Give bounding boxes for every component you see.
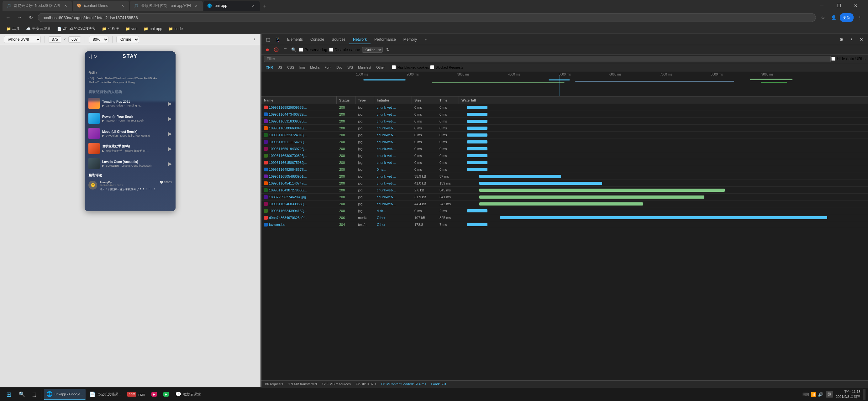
taskbar-npm[interactable]: npm npm: [125, 389, 148, 400]
tab-elements[interactable]: Elements: [283, 35, 307, 44]
filter-media[interactable]: Media: [308, 64, 321, 71]
table-row[interactable]: 109951165318309373j... 200 jpg chunk-vet…: [261, 118, 868, 125]
col-status[interactable]: Status: [337, 97, 355, 104]
clear-button[interactable]: 🚫: [273, 46, 280, 53]
devtools-close-button[interactable]: ✕: [857, 35, 866, 43]
search-button[interactable]: 🔍: [290, 46, 297, 53]
inspect-button[interactable]: ⬚: [264, 35, 272, 43]
playlist-play-3[interactable]: ▶: [168, 146, 172, 152]
filter-toggle-button[interactable]: ⊤: [281, 46, 288, 53]
hide-data-urls-checkbox[interactable]: Hide data URLs: [831, 56, 866, 61]
network-select[interactable]: Online: [116, 36, 139, 43]
input-method-indicator[interactable]: 微: [826, 391, 833, 398]
col-type[interactable]: Type: [355, 97, 374, 104]
height-input[interactable]: [68, 36, 81, 43]
filter-input[interactable]: [264, 56, 831, 62]
forward-button[interactable]: →: [15, 13, 24, 22]
playlist-play-1[interactable]: ▶: [168, 115, 172, 122]
bookmark-uniapp[interactable]: 📁 uni-app: [141, 26, 164, 32]
table-row[interactable]: 109951164928848677j... 200 jpg 0ms... 0 …: [261, 166, 868, 173]
filter-other[interactable]: Other: [374, 64, 387, 71]
bookmark-csdn[interactable]: 📄 Zh· Zs的CSDN博客: [55, 25, 98, 32]
new-tab-button[interactable]: +: [260, 2, 269, 11]
table-row[interactable]: 109951166243994152j... 200 jpg disk... 0…: [261, 207, 868, 214]
tab-iconfont[interactable]: 🎨 iconfont Demo ✕: [73, 1, 129, 11]
playlist-play-4[interactable]: ▶: [168, 161, 172, 167]
restore-button[interactable]: ❐: [832, 1, 846, 10]
network-table[interactable]: Name Status Type Initiator Size Time Wat…: [261, 97, 868, 380]
filter-img[interactable]: Img: [298, 64, 307, 71]
table-row[interactable]: favicon.ico 304 text/... Other 178.8 7 m…: [261, 221, 868, 228]
col-size[interactable]: Size: [412, 97, 437, 104]
tab-close-uniapp[interactable]: ✕: [250, 3, 256, 8]
table-row[interactable]: 109951166306700826j... 200 jpg chunk-vet…: [261, 152, 868, 159]
tray-icon-1[interactable]: ⌨: [803, 392, 809, 397]
col-initiator[interactable]: Initiator: [374, 97, 412, 104]
disable-cache-checkbox[interactable]: Disable cache: [329, 47, 360, 52]
table-row[interactable]: 109951165919439726j... 200 jpg chunk-vet…: [261, 145, 868, 152]
playlist-item-4[interactable]: Love Is Gone (Acoustic) ▶ SLANDER - Love…: [85, 156, 176, 171]
table-row[interactable]: 109951166223724918j... 200 jpg chunk-vet…: [261, 132, 868, 138]
bookmark-node[interactable]: 📁 node: [166, 26, 185, 32]
playlist-item-3[interactable]: 偷学宝藏歌手 第8期 ▶ 偷学宝藏歌手 - 偷学宝藏歌手 第8... ▶: [85, 141, 176, 156]
filter-doc[interactable]: Doc: [335, 64, 344, 71]
bookmark-tools[interactable]: 📁 工具: [4, 25, 22, 32]
table-row[interactable]: 109951166158675989j... 200 jpg chunk-vet…: [261, 159, 868, 166]
address-bar[interactable]: localhost:8080/#/pages/detail/detail?ids…: [38, 13, 816, 22]
table-row[interactable]: 109951165468309530j... 200 jpg chunk-vet…: [261, 201, 868, 207]
taskbar-task-view[interactable]: ⬚: [29, 389, 38, 400]
back-button[interactable]: ←: [4, 13, 12, 22]
tab-close-iconfont[interactable]: ✕: [120, 3, 125, 8]
col-time[interactable]: Time: [437, 97, 459, 104]
taskbar-docs[interactable]: 📄 办公机文档课...: [87, 389, 124, 400]
throttle-select[interactable]: Online: [362, 47, 383, 53]
app-back-button[interactable]: ‹ | ↻: [88, 54, 97, 59]
playlist-play-2[interactable]: ▶: [168, 131, 172, 137]
bookmark-star-button[interactable]: ☆: [818, 13, 827, 22]
device-toggle-button[interactable]: 📱: [273, 35, 281, 43]
tab-performance[interactable]: Performance: [371, 35, 400, 44]
device-select[interactable]: iPhone 6/7/8: [4, 36, 41, 43]
tab-close-uniapp-guide[interactable]: ✕: [193, 3, 199, 8]
col-waterfall[interactable]: Waterfall: [459, 97, 868, 104]
menu-button[interactable]: ⋮: [856, 13, 864, 22]
refresh-button[interactable]: ↻: [26, 13, 35, 22]
taskbar-music2[interactable]: ▶: [161, 389, 172, 400]
taskbar-course[interactable]: 💬 微软云课堂: [173, 389, 203, 400]
import-har-button[interactable]: ↻: [384, 46, 392, 53]
tab-netease[interactable]: 🎵 网易云音乐- NodeJS 版 API ✕: [2, 1, 72, 11]
tab-uniapp-active[interactable]: 🌐 uni-app ✕: [204, 1, 260, 11]
devtools-more-button[interactable]: ⋮: [847, 35, 856, 43]
tab-uniapp-guide[interactable]: 🎵 最顶级组件控制 - uni-app官网 ✕: [130, 1, 203, 11]
start-button[interactable]: ⊞: [2, 389, 15, 400]
bookmark-miniapp[interactable]: 📁 小程序: [99, 25, 122, 32]
bookmark-vue[interactable]: 📁 vue: [123, 26, 140, 32]
filter-xhr[interactable]: XHR: [264, 64, 275, 71]
tab-sources[interactable]: Sources: [328, 35, 349, 44]
table-row[interactable]: 109951165806698410j... 200 jpg chunk-vet…: [261, 125, 868, 132]
table-row[interactable]: 109951164387279636j... 200 jpg chunk-vet…: [261, 187, 868, 194]
devtools-settings-button[interactable]: ⚙: [837, 35, 845, 43]
blocked-cookies-checkbox[interactable]: Has blocked cookies: [392, 65, 429, 69]
taskbar-music1[interactable]: ▶: [149, 389, 160, 400]
preserve-log-checkbox[interactable]: Preserve log: [299, 47, 327, 52]
playlist-item-1[interactable]: Power (In Your Soul) ▶ Interopt - Power …: [85, 111, 176, 126]
update-button[interactable]: 更新: [840, 13, 854, 22]
tray-icon-3[interactable]: 🔊: [818, 392, 823, 397]
minimize-button[interactable]: ─: [815, 1, 829, 10]
playlist-item-2[interactable]: Mood (Lil Ghost Remix) ▶ 24kGoldn - Mood…: [85, 126, 176, 141]
table-row[interactable]: 188872996274620l4.jpg 200 jpg chunk-vet-…: [261, 194, 868, 201]
filter-css[interactable]: CSS: [285, 64, 296, 71]
profile-button[interactable]: 👤: [829, 13, 838, 22]
taskbar-chrome[interactable]: 🌐 uni-app - Google...: [44, 389, 86, 400]
taskbar-search[interactable]: 🔍: [16, 389, 28, 400]
bookmark-cloud[interactable]: ☁️ 平安云虚量: [24, 25, 53, 32]
table-row[interactable]: 109951164541140747j... 200 jpg chunk-vet…: [261, 180, 868, 187]
table-row[interactable]: d0bb7d8634970625e9f... 206 media Other 1…: [261, 214, 868, 221]
tab-memory[interactable]: Memory: [400, 35, 421, 44]
zoom-select[interactable]: 80%: [89, 36, 108, 43]
tab-close-netease[interactable]: ✕: [63, 3, 68, 8]
table-row[interactable]: 109951165929809633j... 200 jpg chunk-vet…: [261, 104, 868, 111]
table-row[interactable]: 109951164473460772j... 200 jpg chunk-vet…: [261, 111, 868, 118]
tray-icon-2[interactable]: 📶: [811, 392, 816, 397]
